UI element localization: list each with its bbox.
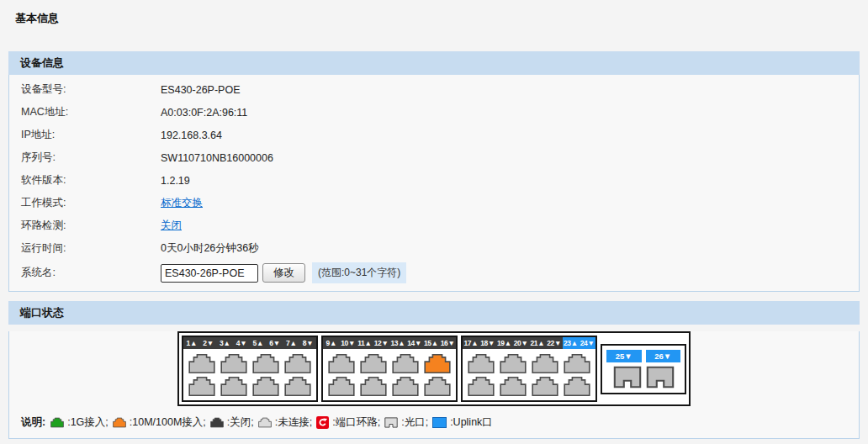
port-header-cell: 2▼ bbox=[200, 337, 217, 349]
port-group-1: 1▲2▼3▲4▼5▲6▼7▲8▼ bbox=[182, 336, 318, 402]
port-row bbox=[327, 353, 452, 374]
port-16-icon bbox=[424, 376, 451, 397]
port-header-cell: 3▲ bbox=[217, 337, 234, 349]
port-group-ports bbox=[463, 349, 595, 400]
port-header-cell: 20▼ bbox=[512, 337, 529, 349]
page: 基本信息 设备信息 设备型号:ES430-26P-POEMAC地址:A0:03:… bbox=[0, 0, 868, 444]
port-header-cell: 8▼ bbox=[299, 337, 316, 349]
port-20-icon bbox=[500, 376, 527, 397]
port-1-icon bbox=[188, 353, 215, 374]
field-value-link[interactable]: 关闭 bbox=[161, 219, 182, 233]
port-header-cell: 16▼ bbox=[439, 337, 456, 349]
port-group-3: 17▲18▼19▲20▼21▲22▼23▲24▼ bbox=[461, 336, 597, 402]
port-8-icon bbox=[284, 376, 311, 397]
port-7-icon bbox=[284, 353, 311, 374]
device-info-row: 序列号:SW110710NB16000006 bbox=[9, 146, 859, 169]
port-status-body: 1▲2▼3▲4▼5▲6▼7▲8▼9▲10▼11▲12▼13▲14▼15▲16▼1… bbox=[8, 331, 860, 439]
fiber-port-icon bbox=[384, 417, 398, 428]
fiber-header-chip: 26▼ bbox=[646, 350, 681, 362]
fiber-header-chip: 25▼ bbox=[606, 350, 642, 362]
port-header-cell: 4▼ bbox=[233, 337, 250, 349]
port-header-cell: 1▲ bbox=[183, 337, 200, 349]
device-info-rows: 设备型号:ES430-26P-POEMAC地址:A0:03:0F:2A:96:1… bbox=[8, 75, 860, 292]
port-row bbox=[467, 376, 591, 397]
fiber-port-group: 25▼26▼ bbox=[601, 344, 686, 394]
field-value: 1.2.19 bbox=[161, 175, 190, 187]
device-info-row: 运行时间:0天0小时26分钟36秒 bbox=[9, 237, 859, 260]
field-label: 软件版本: bbox=[21, 173, 161, 188]
port-26-icon bbox=[646, 366, 675, 388]
legend-text: :未连接; bbox=[275, 415, 312, 430]
legend-item: :光口; bbox=[384, 415, 428, 430]
field-label: 工作模式: bbox=[21, 196, 161, 210]
legend-text: :端口环路; bbox=[332, 415, 380, 430]
field-value: A0:03:0F:2A:96:11 bbox=[161, 107, 247, 119]
legend-text: :Uplink口 bbox=[450, 415, 493, 430]
port-header-cell: 19▲ bbox=[496, 337, 513, 349]
field-value: 192.168.3.64 bbox=[161, 130, 222, 141]
port-header-cell: 9▲ bbox=[323, 337, 340, 349]
system-name-input[interactable] bbox=[161, 264, 258, 283]
port-13-icon bbox=[392, 353, 419, 374]
port-row bbox=[188, 353, 312, 374]
port-5-icon bbox=[252, 353, 279, 374]
port-24-icon bbox=[564, 376, 590, 397]
rj45-port-icon bbox=[258, 417, 272, 428]
port-header-cell: 22▼ bbox=[546, 337, 563, 349]
legend-text: :10M/100M接入; bbox=[130, 415, 206, 430]
port-2-icon bbox=[188, 376, 215, 397]
port-row bbox=[188, 376, 312, 397]
legend-item: :10M/100M接入; bbox=[113, 415, 206, 430]
legend-icon-wrap bbox=[258, 417, 272, 428]
port-header-cell: 24▼ bbox=[579, 337, 595, 349]
fiber-port-row bbox=[606, 366, 680, 388]
port-header-cell: 17▲ bbox=[463, 337, 479, 349]
field-label: 系统名: bbox=[21, 266, 161, 280]
port-status-panel: 端口状态 1▲2▼3▲4▼5▲6▼7▲8▼9▲10▼11▲12▼13▲14▼15… bbox=[8, 301, 860, 439]
port-6-icon bbox=[252, 376, 279, 397]
port-header-cell: 12▼ bbox=[373, 337, 389, 349]
legend-icon-wrap bbox=[210, 417, 224, 428]
legend-label: 说明: bbox=[21, 415, 45, 430]
port-header-cell: 6▼ bbox=[267, 337, 283, 349]
port-status-section-header: 端口状态 bbox=[8, 301, 860, 325]
port-header-cell: 7▲ bbox=[283, 337, 300, 349]
modify-button[interactable]: 修改 bbox=[262, 263, 305, 283]
field-value: 0天0小时26分钟36秒 bbox=[161, 241, 259, 256]
device-info-panel: 设备信息 设备型号:ES430-26P-POEMAC地址:A0:03:0F:2A… bbox=[8, 51, 860, 292]
port-15-icon bbox=[424, 353, 451, 374]
port-18-icon bbox=[468, 376, 495, 397]
port-row bbox=[327, 376, 452, 397]
port-22-icon bbox=[532, 376, 558, 397]
port-header-cell: 21▲ bbox=[529, 337, 546, 349]
port-group-ports bbox=[183, 349, 316, 400]
port-header-cell: 10▼ bbox=[340, 337, 357, 349]
device-info-row: IP地址:192.168.3.64 bbox=[9, 124, 859, 146]
port-23-icon bbox=[564, 353, 590, 374]
legend-item: :未连接; bbox=[258, 415, 312, 430]
port-group-header: 1▲2▼3▲4▼5▲6▼7▲8▼ bbox=[183, 337, 316, 349]
port-header-cell: 23▲ bbox=[563, 337, 580, 349]
field-value-link[interactable]: 标准交换 bbox=[161, 196, 203, 210]
device-info-row: 设备型号:ES430-26P-POE bbox=[9, 78, 859, 101]
legend-item: :Uplink口 bbox=[432, 415, 493, 430]
fiber-chip-row: 25▼26▼ bbox=[606, 350, 680, 362]
port-19-icon bbox=[500, 353, 527, 374]
uplink-icon bbox=[432, 417, 447, 428]
port-header-cell: 14▼ bbox=[406, 337, 423, 349]
rj45-port-icon bbox=[50, 417, 64, 428]
port-row bbox=[467, 353, 591, 374]
legend-text: :1G接入; bbox=[67, 415, 108, 430]
field-label: 环路检测: bbox=[21, 219, 161, 233]
legend-icon-wrap bbox=[50, 417, 64, 428]
legend-item: :1G接入; bbox=[50, 415, 108, 430]
port-header-cell: 13▲ bbox=[389, 337, 406, 349]
port-header-cell: 11▲ bbox=[357, 337, 373, 349]
device-info-row: 软件版本:1.2.19 bbox=[9, 169, 859, 192]
port-4-icon bbox=[220, 376, 247, 397]
loop-icon bbox=[316, 416, 329, 429]
legend-item: :端口环路; bbox=[316, 415, 380, 430]
port-header-cell: 18▼ bbox=[479, 337, 496, 349]
device-info-section-header: 设备信息 bbox=[8, 51, 860, 75]
device-info-row: 环路检测:关闭 bbox=[9, 214, 859, 237]
